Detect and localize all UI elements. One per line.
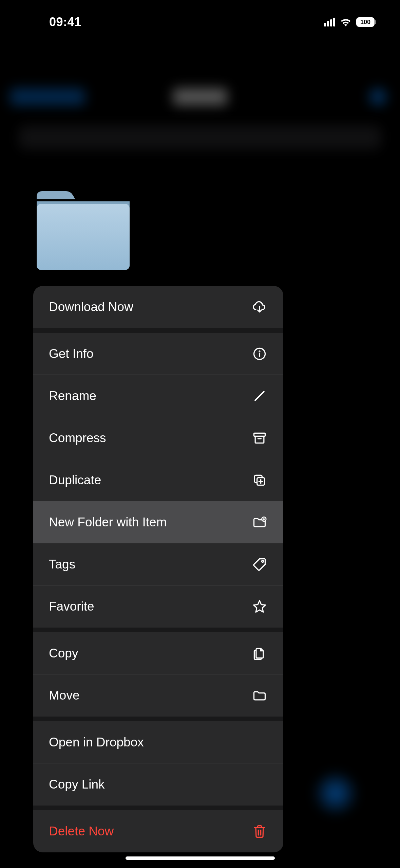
duplicate-icon <box>251 472 268 488</box>
status-time: 09:41 <box>49 15 81 29</box>
battery-level: 100 <box>360 19 370 26</box>
menu-item-label: Download Now <box>49 300 133 314</box>
menu-item-label: Get Info <box>49 347 94 361</box>
folder-preview <box>34 188 132 272</box>
menu-item-label: Duplicate <box>49 473 101 487</box>
menu-item-tags[interactable]: Tags <box>33 543 283 585</box>
menu-item-label: Delete Now <box>49 824 114 838</box>
folder-plus-icon <box>251 514 268 530</box>
menu-item-copy-link[interactable]: Copy Link <box>33 763 283 806</box>
menu-item-new-folder-with-item[interactable]: New Folder with Item <box>33 501 283 543</box>
blurred-nav-bar <box>0 76 400 117</box>
home-indicator[interactable] <box>126 856 275 860</box>
svg-line-4 <box>255 392 264 400</box>
menu-item-open-in-dropbox[interactable]: Open in Dropbox <box>33 721 283 763</box>
menu-item-compress[interactable]: Compress <box>33 417 283 459</box>
menu-item-download-now[interactable]: Download Now <box>33 286 283 328</box>
menu-item-label: Rename <box>49 389 96 403</box>
pencil-icon <box>251 388 268 404</box>
menu-item-duplicate[interactable]: Duplicate <box>33 459 283 501</box>
menu-item-copy[interactable]: Copy <box>33 632 283 674</box>
menu-item-label: Open in Dropbox <box>49 735 144 749</box>
star-icon <box>251 598 268 615</box>
menu-item-label: Favorite <box>49 599 94 614</box>
menu-item-label: Copy Link <box>49 777 105 792</box>
context-menu: Download Now Get Info Rename Compress <box>33 286 283 852</box>
info-icon <box>251 346 268 362</box>
menu-item-delete-now[interactable]: Delete Now <box>33 810 283 852</box>
tag-icon <box>251 556 268 573</box>
menu-item-label: Compress <box>49 431 106 445</box>
svg-point-3 <box>259 351 260 351</box>
folder-icon <box>34 188 132 272</box>
menu-item-rename[interactable]: Rename <box>33 375 283 417</box>
wifi-icon <box>340 18 351 26</box>
battery-indicator: 100 <box>356 17 376 27</box>
cellular-signal-icon <box>324 18 335 26</box>
menu-item-label: Tags <box>49 557 75 572</box>
trash-icon <box>251 823 268 839</box>
menu-item-label: Move <box>49 688 79 703</box>
archivebox-icon <box>251 430 268 446</box>
menu-item-move[interactable]: Move <box>33 674 283 717</box>
blurred-search-bar <box>19 126 381 149</box>
menu-item-label: New Folder with Item <box>49 515 167 529</box>
menu-item-favorite[interactable]: Favorite <box>33 585 283 628</box>
svg-point-13 <box>262 560 264 562</box>
menu-item-get-info[interactable]: Get Info <box>33 333 283 375</box>
copy-icon <box>251 645 268 662</box>
folder-icon <box>251 687 268 704</box>
svg-rect-0 <box>37 204 130 270</box>
status-bar: 09:41 100 <box>0 0 400 44</box>
menu-item-label: Copy <box>49 646 78 661</box>
status-indicators: 100 <box>324 17 376 27</box>
cloud-download-icon <box>251 299 268 315</box>
blur-glow <box>312 770 359 817</box>
svg-rect-5 <box>254 433 265 436</box>
